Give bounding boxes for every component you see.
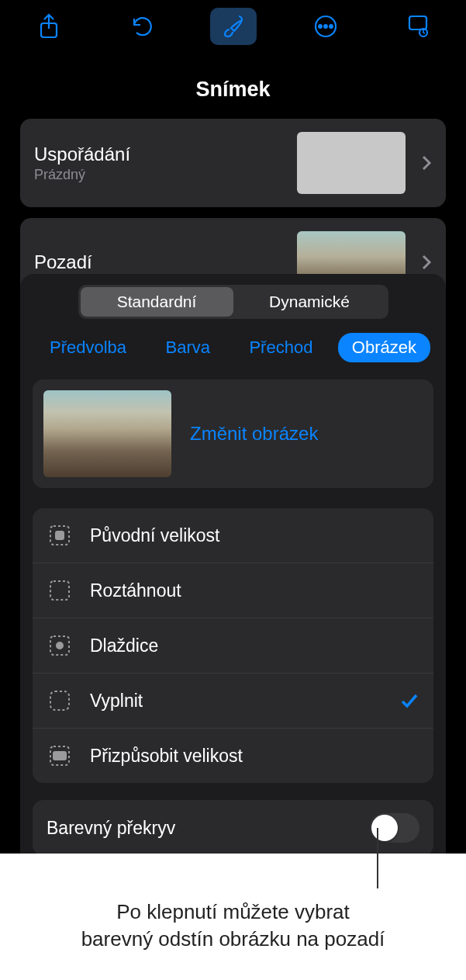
brush-icon xyxy=(222,14,245,39)
svg-point-11 xyxy=(57,642,63,649)
chevron-right-icon xyxy=(421,154,432,171)
scale-original-label: Původní velikost xyxy=(90,525,419,546)
segmented-control[interactable]: Standardní Dynamické xyxy=(78,285,388,319)
svg-point-2 xyxy=(319,25,322,28)
undo-button[interactable] xyxy=(118,8,164,45)
slide-nav-button[interactable] xyxy=(395,8,441,45)
tab-preset[interactable]: Předvolba xyxy=(36,333,140,362)
scale-stretch-label: Roztáhnout xyxy=(90,580,419,601)
chevron-right-icon xyxy=(421,254,432,271)
callout-leader-line xyxy=(377,828,378,888)
layout-subtitle: Prázdný xyxy=(34,167,130,183)
change-image-row[interactable]: Změnit obrázek xyxy=(33,379,433,488)
fill-tabs: Předvolba Barva Přechod Obrázek xyxy=(33,333,433,362)
layout-row[interactable]: Uspořádání Prázdný xyxy=(20,119,446,207)
switch-knob xyxy=(371,815,398,841)
background-options-panel: Standardní Dynamické Předvolba Barva Pře… xyxy=(20,274,446,871)
share-icon xyxy=(38,13,60,40)
page-title: Snímek xyxy=(0,78,466,102)
color-overlay-row: Barevný překryv xyxy=(33,800,433,856)
scale-fit[interactable]: Přizpůsobit velikost xyxy=(33,729,433,783)
scale-stretch[interactable]: Roztáhnout xyxy=(33,563,433,618)
scale-options-list: Původní velikost Roztáhnout Dlaždice Vyp… xyxy=(33,508,433,783)
tab-image[interactable]: Obrázek xyxy=(338,333,430,362)
tab-color[interactable]: Barva xyxy=(152,333,224,362)
fit-icon xyxy=(47,743,73,769)
scale-fill-label: Vyplnit xyxy=(90,691,382,712)
background-title: Pozadí xyxy=(34,251,92,273)
scale-fit-label: Přizpůsobit velikost xyxy=(90,746,419,767)
svg-rect-9 xyxy=(50,581,69,600)
segment-standard[interactable]: Standardní xyxy=(81,287,233,317)
scale-original[interactable]: Původní velikost xyxy=(33,508,433,563)
format-button[interactable] xyxy=(210,8,257,45)
segment-dynamic[interactable]: Dynamické xyxy=(233,287,386,317)
svg-point-4 xyxy=(330,25,333,28)
change-image-link[interactable]: Změnit obrázek xyxy=(190,423,318,445)
svg-rect-14 xyxy=(54,752,66,760)
layout-preview xyxy=(297,132,406,194)
tile-icon xyxy=(47,632,73,659)
toolbar xyxy=(0,0,466,56)
stretch-icon xyxy=(47,577,73,604)
scale-tile-label: Dlaždice xyxy=(90,635,419,656)
callout-line1: Po klepnutí můžete vybrat xyxy=(116,900,350,923)
slide-nav-icon xyxy=(406,14,430,39)
svg-rect-5 xyxy=(409,16,426,29)
more-button[interactable] xyxy=(302,8,349,45)
svg-point-3 xyxy=(324,25,327,28)
undo-icon xyxy=(129,14,154,39)
callout-line2: barevný odstín obrázku na pozadí xyxy=(81,927,385,951)
checkmark-icon xyxy=(399,691,419,711)
more-icon xyxy=(313,14,338,39)
fill-icon xyxy=(47,687,73,714)
svg-rect-8 xyxy=(56,532,64,539)
scale-tile[interactable]: Dlaždice xyxy=(33,618,433,674)
original-size-icon xyxy=(47,522,73,549)
tab-gradient[interactable]: Přechod xyxy=(235,333,326,362)
layout-labels: Uspořádání Prázdný xyxy=(34,144,130,183)
svg-rect-12 xyxy=(50,691,69,710)
share-button[interactable] xyxy=(26,8,72,45)
image-thumbnail xyxy=(43,390,171,477)
scale-fill[interactable]: Vyplnit xyxy=(33,674,433,729)
layout-title: Uspořádání xyxy=(34,144,130,165)
color-overlay-label: Barevný překryv xyxy=(47,818,175,839)
callout-text: Po klepnutí můžete vybrat barevný odstín… xyxy=(0,892,466,976)
